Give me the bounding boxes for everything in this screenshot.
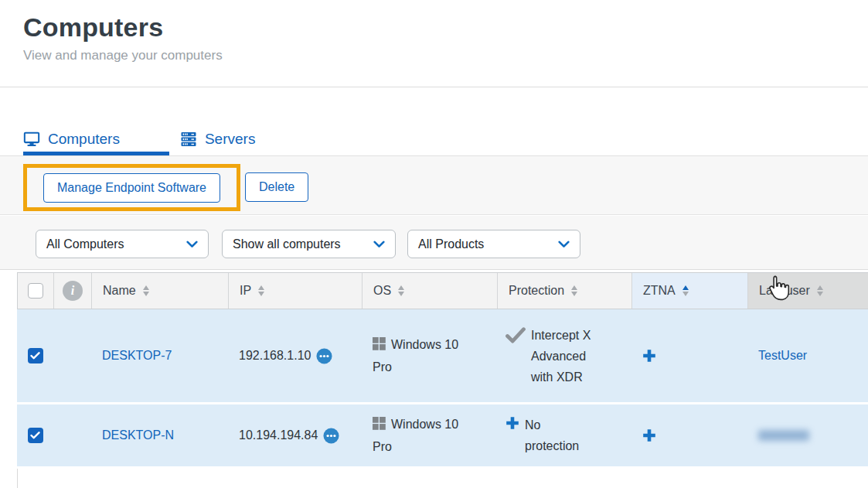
row-last-user-cell: TestUser (747, 309, 868, 402)
chevron-down-icon (186, 241, 198, 248)
ellipsis-icon[interactable] (316, 348, 332, 364)
computers-page: Computers View and manage your computers… (0, 0, 868, 488)
table-header-row: i Name IP OS Protection ZTNA (17, 272, 868, 309)
table-left-border (17, 469, 18, 488)
column-header-ztna-label: ZTNA (643, 284, 676, 298)
column-header-ip[interactable]: IP (229, 273, 363, 309)
column-header-last-user-label: Last user (759, 284, 810, 298)
computers-group-dropdown-value: All Computers (46, 237, 124, 251)
row-checkbox-checked[interactable] (28, 428, 43, 443)
ip-address: 192.168.1.10 (239, 349, 311, 363)
server-icon (180, 131, 197, 148)
windows-icon (373, 415, 386, 436)
show-computers-dropdown-value: Show all computers (233, 237, 341, 251)
column-header-os[interactable]: OS (363, 273, 498, 309)
protection-label: Intercept X Advanced with XDR (531, 325, 591, 387)
table-row: DESKTOP-7 192.168.1.10 Windows 10 Pro I (17, 309, 868, 402)
plus-icon[interactable] (505, 416, 519, 430)
sort-icon (258, 285, 264, 297)
plus-icon[interactable] (642, 349, 656, 363)
row-checkbox-checked[interactable] (28, 348, 43, 363)
show-computers-dropdown[interactable]: Show all computers (222, 230, 396, 258)
tab-bar: Computers Servers (23, 124, 255, 155)
manage-endpoint-software-button[interactable]: Manage Endpoint Software (43, 173, 220, 203)
redacted-last-user[interactable] (758, 430, 809, 441)
row-os-cell: Windows 10 Pro (362, 309, 497, 402)
tab-computers-label: Computers (48, 131, 120, 148)
delete-button[interactable]: Delete (245, 172, 308, 202)
row-protection-cell: No protection (497, 404, 631, 466)
sort-icon (398, 285, 404, 297)
page-subtitle: View and manage your computers (23, 48, 223, 63)
select-all-checkbox[interactable] (28, 283, 43, 299)
column-header-protection-label: Protection (509, 284, 564, 298)
column-header-protection[interactable]: Protection (498, 273, 632, 309)
protection-label: No protection (525, 415, 585, 456)
check-icon (505, 327, 526, 346)
computers-group-dropdown[interactable]: All Computers (36, 230, 209, 258)
chevron-down-icon (558, 241, 570, 248)
column-header-ztna[interactable]: ZTNA (632, 273, 748, 309)
row-last-user-cell (747, 404, 868, 466)
ellipsis-icon[interactable] (323, 428, 339, 444)
row-os-cell: Windows 10 Pro (362, 404, 497, 466)
plus-icon[interactable] (642, 428, 656, 442)
column-header-os-label: OS (373, 284, 391, 298)
row-protection-cell: Intercept X Advanced with XDR (497, 309, 631, 402)
table-row: DESKTOP-N 10.194.194.84 Windows 10 Pro (17, 404, 868, 466)
monitor-icon (23, 131, 40, 148)
row-name-cell: DESKTOP-N (91, 404, 228, 466)
computer-name-link[interactable]: DESKTOP-N (102, 428, 174, 442)
row-ip-cell: 10.194.194.84 (228, 404, 362, 466)
tab-servers-label: Servers (205, 131, 255, 148)
sort-icon-active-asc (682, 285, 689, 297)
page-header: Computers View and manage your computers (23, 12, 223, 63)
computers-table: i Name IP OS Protection ZTNA (17, 272, 868, 466)
sort-icon (143, 285, 149, 297)
row-info-cell (53, 309, 91, 402)
info-header-cell: i (54, 273, 92, 309)
computer-name-link[interactable]: DESKTOP-7 (102, 349, 172, 363)
column-header-name[interactable]: Name (92, 273, 229, 309)
header-divider (0, 87, 868, 87)
row-ztna-cell (631, 404, 747, 466)
filters-toolbar: All Computers Show all computers All Pro… (0, 216, 868, 270)
chevron-down-icon (373, 241, 385, 248)
row-select-cell (17, 404, 53, 466)
page-title: Computers (23, 12, 223, 43)
row-ip-cell: 192.168.1.10 (228, 309, 362, 402)
column-header-name-label: Name (103, 284, 136, 298)
column-header-ip-label: IP (240, 284, 251, 298)
windows-icon (373, 336, 386, 357)
products-dropdown-value: All Products (418, 237, 484, 251)
column-header-last-user[interactable]: Last user (748, 273, 868, 309)
ip-address: 10.194.194.84 (239, 428, 318, 442)
products-dropdown[interactable]: All Products (407, 230, 580, 258)
row-select-cell (17, 309, 53, 402)
select-all-header-cell (18, 273, 54, 309)
row-name-cell: DESKTOP-7 (91, 309, 228, 402)
tab-computers[interactable]: Computers (23, 124, 120, 155)
annotation-highlight-box: Manage Endpoint Software (23, 164, 240, 211)
actions-toolbar: Manage Endpoint Software Delete (0, 155, 868, 215)
row-info-cell (53, 404, 91, 466)
info-icon[interactable]: i (63, 281, 83, 301)
tab-servers[interactable]: Servers (180, 124, 255, 155)
last-user-link[interactable]: TestUser (758, 349, 807, 363)
sort-icon (817, 285, 823, 297)
sort-icon (571, 285, 577, 297)
row-ztna-cell (631, 309, 747, 402)
